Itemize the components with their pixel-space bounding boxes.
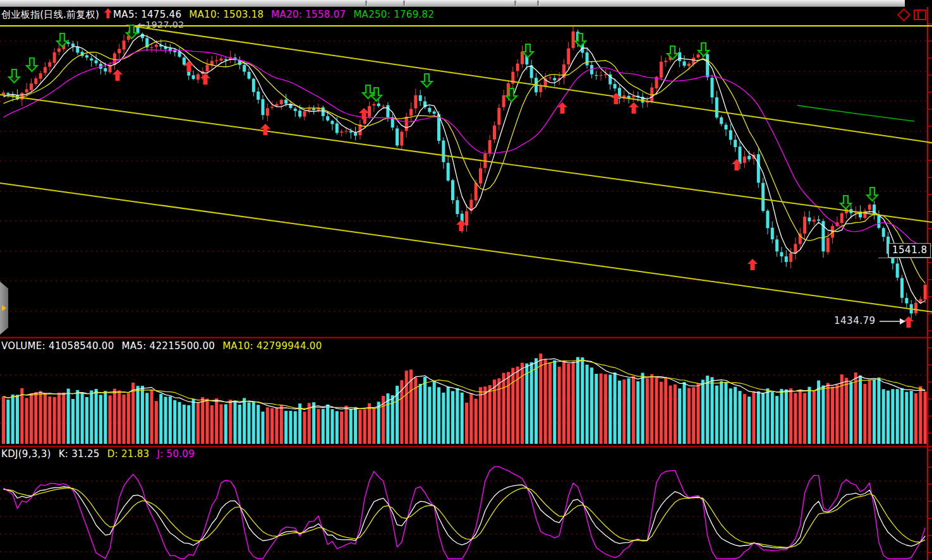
buy-arrow-icon bbox=[904, 316, 914, 328]
annotation-arrows bbox=[880, 318, 905, 325]
price-tag-label: 1541.8 bbox=[888, 243, 931, 258]
trendlines bbox=[0, 25, 932, 312]
volume-bars bbox=[2, 354, 927, 444]
kdj-indicator-name: KDJ(9,3,3) bbox=[1, 448, 51, 460]
up-arrow-icon bbox=[104, 8, 112, 21]
sell-arrow-icon bbox=[867, 188, 878, 201]
kdj-j-value: J: 50.09 bbox=[157, 448, 195, 460]
split-window-icon[interactable] bbox=[914, 9, 926, 20]
volume-ma5-value: MA5: 42215500.00 bbox=[122, 340, 215, 352]
sell-arrow-icon bbox=[523, 44, 533, 57]
splitter-notch[interactable] bbox=[514, 1, 517, 6]
chart-canvas[interactable] bbox=[0, 0, 932, 560]
sell-arrow-icon bbox=[57, 33, 68, 47]
stock-chart-app: 创业板指(日线.前复权) MA5: 1475.46 MA10: 1503.18 … bbox=[0, 0, 932, 560]
candles bbox=[2, 24, 927, 319]
panel-expand-tab[interactable] bbox=[0, 282, 8, 335]
ma10-value: MA10: 1503.18 bbox=[189, 9, 263, 20]
main-pane-header: 创业板指(日线.前复权) MA5: 1475.46 MA10: 1503.18 … bbox=[1, 8, 434, 21]
buy-arrow-icon bbox=[200, 73, 210, 85]
price-tag-underline bbox=[878, 258, 932, 258]
splitter-notch[interactable] bbox=[537, 1, 540, 6]
buy-arrow-icon bbox=[456, 220, 466, 231]
buy-arrow-icon bbox=[747, 259, 758, 270]
kdj-lines bbox=[4, 467, 926, 559]
buy-arrow-icon bbox=[629, 102, 639, 114]
panel-expand-arrow-icon bbox=[2, 305, 6, 311]
window-top-strip bbox=[0, 0, 905, 7]
volume-pane-header: VOLUME: 41058540.00 MA5: 42215500.00 MA1… bbox=[1, 340, 322, 352]
gridlines bbox=[0, 41, 926, 552]
ma5-value: MA5: 1475.46 bbox=[113, 9, 181, 20]
kdj-pane-header: KDJ(9,3,3) K: 31.25 D: 21.83 J: 50.09 bbox=[1, 448, 195, 460]
volume-value: VOLUME: 41058540.00 bbox=[1, 340, 114, 352]
sell-arrow-icon bbox=[27, 58, 37, 71]
buy-arrow-icon bbox=[112, 69, 123, 81]
low-price-label: 1434.79 bbox=[834, 315, 876, 326]
kdj-d-value: D: 21.83 bbox=[107, 448, 150, 460]
ma250-value: MA250: 1769.82 bbox=[353, 9, 434, 20]
pane-frame bbox=[0, 7, 932, 560]
sell-arrow-icon bbox=[840, 196, 851, 209]
splitter-notch[interactable] bbox=[365, 1, 368, 6]
peak-price-label: ←1927.02 bbox=[138, 20, 185, 30]
kdj-k-value: K: 31.25 bbox=[59, 448, 100, 460]
ma20-value: MA20: 1558.07 bbox=[271, 9, 346, 20]
volume-ma10-value: MA10: 42799944.00 bbox=[222, 340, 322, 352]
splitter-notch[interactable] bbox=[403, 1, 406, 6]
buy-arrow-icon bbox=[260, 124, 270, 135]
sell-arrow-icon bbox=[421, 74, 432, 87]
symbol-title: 创业板指(日线.前复权) bbox=[1, 9, 99, 21]
signal-markers bbox=[9, 25, 914, 328]
ma-lines bbox=[4, 35, 926, 303]
